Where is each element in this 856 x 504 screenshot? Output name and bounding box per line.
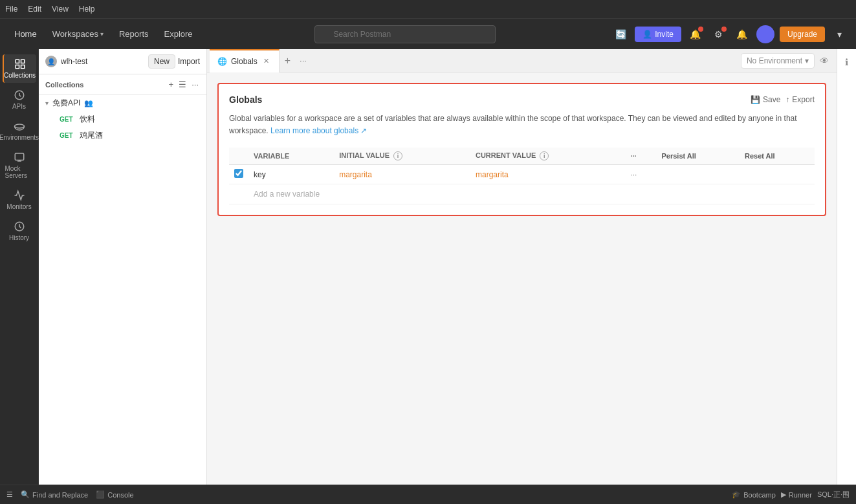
reset-all-button[interactable]: Reset All [745, 152, 775, 160]
find-replace-button[interactable]: 🔍 Find and Replace [21, 490, 88, 499]
notification-badge [698, 27, 703, 32]
row-checkbox-cell[interactable] [229, 165, 248, 184]
env-chevron-icon: ▾ [805, 56, 809, 65]
footer: ☰ 🔍 Find and Replace ⬛ Console 🎓 Bootcam… [0, 485, 856, 504]
runner-button[interactable]: ▶ Runner [781, 490, 812, 499]
tab-more-icon[interactable]: ··· [296, 56, 311, 65]
bootcamp-icon: 🎓 [732, 490, 741, 499]
username-label: wlh-test [61, 57, 87, 66]
add-variable-cell[interactable]: Add a new variable [248, 184, 815, 204]
info-panel-button[interactable]: ℹ [842, 54, 851, 70]
more-options-icon[interactable]: ··· [190, 78, 200, 91]
notifications-bell-icon[interactable]: 🔔 [686, 25, 705, 43]
nav-right: 🔄 👤 Invite 🔔 ⚙ 🔔 Upgrade ▾ [611, 25, 848, 43]
nav-explore[interactable]: Explore [158, 25, 199, 43]
svg-rect-0 [16, 60, 19, 63]
sidebar-toggle-icon[interactable]: ☰ [6, 490, 13, 499]
persist-all-button[interactable]: Persist All [662, 152, 696, 160]
globals-header: Globals 💾 Save ↑ Export [229, 94, 815, 105]
sidebar-item-monitors[interactable]: Monitors [3, 186, 36, 214]
toolbar-icons: + ☰ ··· [168, 78, 200, 91]
runner-icon: ▶ [781, 490, 786, 499]
nav-home[interactable]: Home [8, 25, 43, 43]
api-name-drinks: 饮料 [80, 114, 95, 125]
row-checkbox[interactable] [234, 169, 243, 178]
eye-icon[interactable]: 👁 [820, 56, 829, 66]
menu-edit[interactable]: Edit [28, 5, 41, 14]
collection-members-icon: 👥 [84, 99, 93, 107]
col-row-actions: ··· [625, 148, 656, 165]
col-reset-all[interactable]: Reset All [740, 148, 815, 165]
method-get-badge-drinks: GET [57, 115, 76, 124]
bootcamp-button[interactable]: 🎓 Bootcamp [732, 490, 776, 499]
api-item-drinks[interactable]: GET 饮料 [39, 111, 206, 127]
tab-globals-label: Globals [231, 57, 258, 66]
row-initial-value: margarita [334, 165, 470, 184]
sidebar-item-environments[interactable]: Environments [3, 116, 36, 145]
tabs-right: No Environment ▾ 👁 [741, 53, 834, 69]
nav-reports[interactable]: Reports [113, 25, 155, 43]
table-row: key margarita margarita ··· [229, 165, 815, 184]
collections-toolbar: Collections + ☰ ··· [39, 74, 206, 95]
table-header-row: VARIABLE INITIAL VALUE i CURRENT VALUE i… [229, 148, 815, 165]
api-name-cocktails: 鸡尾酒 [80, 130, 103, 141]
sidebar-item-history[interactable]: History [3, 217, 36, 245]
api-item-cocktails[interactable]: GET 鸡尾酒 [39, 127, 206, 144]
collection-item-freeapi[interactable]: ▾ 免费API 👥 [39, 95, 206, 111]
find-replace-icon: 🔍 [21, 490, 30, 499]
method-get-badge-cocktails: GET [57, 131, 76, 140]
invite-button[interactable]: 👤 Invite [635, 27, 681, 42]
user-icon: 👤 [45, 56, 57, 67]
tab-close-icon[interactable]: ✕ [261, 56, 271, 66]
row-persist-cell [657, 165, 740, 184]
add-collection-icon[interactable]: + [168, 78, 175, 91]
sync-icon[interactable]: 🔄 [611, 25, 630, 43]
menu-help[interactable]: Help [79, 5, 95, 14]
main-layout: Collections APIs Environments Mock Serve… [0, 49, 856, 485]
settings-icon[interactable]: ⚙ [710, 25, 728, 43]
avatar[interactable] [756, 25, 774, 43]
save-icon: 💾 [751, 95, 760, 104]
upgrade-chevron-icon[interactable]: ▾ [830, 25, 848, 43]
menu-file[interactable]: File [5, 5, 17, 14]
alerts-icon[interactable]: 🔔 [733, 25, 751, 43]
collection-name: 免费API [52, 98, 80, 109]
sidebar-item-apis[interactable]: APIs [3, 85, 36, 114]
initial-info-icon: i [393, 151, 402, 160]
nav-workspaces[interactable]: Workspaces ▾ [46, 25, 110, 43]
sidebar-item-collections-label: Collections [4, 72, 36, 79]
collection-chevron-icon: ▾ [45, 100, 49, 107]
menu-bar: File Edit View Help [0, 0, 856, 18]
new-button[interactable]: New [148, 54, 175, 69]
top-nav: Home Workspaces ▾ Reports Explore 🔍 🔄 👤 … [0, 18, 856, 49]
sidebar-item-collections[interactable]: Collections [3, 54, 36, 83]
tab-add-icon[interactable]: + [280, 55, 296, 67]
import-button[interactable]: Import [178, 54, 200, 69]
globals-title: Globals [229, 94, 262, 105]
console-button[interactable]: ⬛ Console [96, 490, 133, 499]
content-area: 🌐 Globals ✕ + ··· No Environment ▾ 👁 Glo… [207, 49, 837, 485]
sidebar-item-mock-servers[interactable]: Mock Servers [3, 148, 36, 183]
collections-panel: 👤 wlh-test New Import Collections + ☰ ··… [39, 49, 207, 485]
collections-toolbar-title: Collections [45, 81, 83, 89]
globals-table: VARIABLE INITIAL VALUE i CURRENT VALUE i… [229, 148, 815, 204]
row-actions-button[interactable]: ··· [630, 170, 637, 179]
filter-icon[interactable]: ☰ [177, 78, 188, 91]
learn-more-link[interactable]: Learn more about globals ↗ [270, 126, 367, 135]
export-button[interactable]: ↑ Export [785, 95, 815, 104]
right-status-button[interactable]: SQL·正·围 [817, 490, 850, 499]
col-checkbox [229, 148, 248, 165]
add-checkbox-cell [229, 184, 248, 204]
svg-point-5 [14, 124, 24, 128]
upgrade-button[interactable]: Upgrade [780, 27, 825, 42]
settings-badge [721, 27, 727, 32]
add-variable-row[interactable]: Add a new variable [229, 184, 815, 204]
col-persist-all[interactable]: Persist All [657, 148, 740, 165]
save-button[interactable]: 💾 Save [751, 95, 780, 104]
row-actions-cell[interactable]: ··· [625, 165, 656, 184]
menu-view[interactable]: View [52, 5, 69, 14]
search-input[interactable] [314, 25, 496, 43]
tab-globals[interactable]: 🌐 Globals ✕ [210, 49, 280, 72]
env-selector[interactable]: No Environment ▾ [741, 53, 815, 69]
panel-header: 👤 wlh-test New Import [39, 49, 206, 74]
